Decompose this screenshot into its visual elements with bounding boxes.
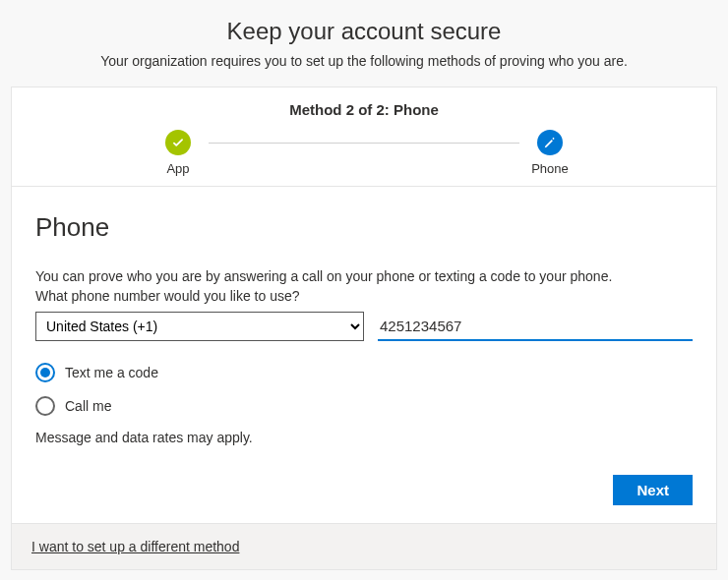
footer: I want to set up a different method <box>12 523 716 569</box>
different-method-link[interactable]: I want to set up a different method <box>31 539 239 554</box>
instruction-text: You can prove who you are by answering a… <box>35 268 693 284</box>
step-phone: Phone <box>525 130 575 176</box>
stepper-connector <box>209 143 519 144</box>
step-label-phone: Phone <box>531 161 569 176</box>
stepper-title: Method 2 of 2: Phone <box>35 101 693 118</box>
step-app: App <box>153 130 203 176</box>
country-code-select[interactable]: United States (+1) <box>35 312 364 341</box>
radio-call-me-label: Call me <box>65 398 111 414</box>
prompt-text: What phone number would you like to use? <box>35 288 693 304</box>
checkmark-icon <box>165 130 191 155</box>
radio-icon <box>35 363 55 382</box>
pencil-icon <box>537 130 563 155</box>
phone-section: Phone You can prove who you are by answe… <box>12 187 716 523</box>
radio-call-me[interactable]: Call me <box>35 396 693 416</box>
section-heading: Phone <box>35 212 693 243</box>
phone-number-input[interactable] <box>378 312 693 341</box>
setup-card: Method 2 of 2: Phone App Phone Pho <box>11 87 717 570</box>
radio-text-me-label: Text me a code <box>65 365 158 380</box>
next-button[interactable]: Next <box>613 475 693 505</box>
rates-disclaimer: Message and data rates may apply. <box>35 430 693 445</box>
step-label-app: App <box>166 161 189 176</box>
stepper: Method 2 of 2: Phone App Phone <box>12 87 716 187</box>
page-title: Keep your account secure <box>10 18 718 45</box>
radio-icon <box>35 396 55 416</box>
page-subtitle: Your organization requires you to set up… <box>10 53 718 69</box>
radio-text-me[interactable]: Text me a code <box>35 363 693 382</box>
